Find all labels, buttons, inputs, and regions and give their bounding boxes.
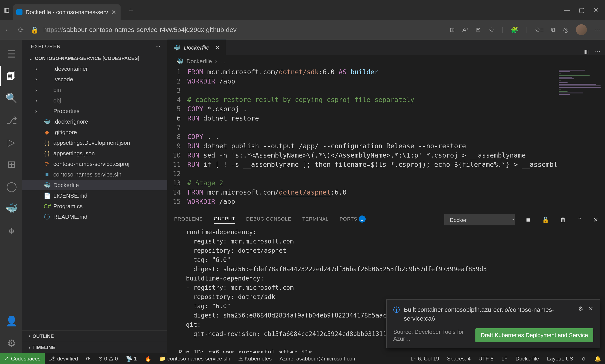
layout-status[interactable]: Layout: US [543,353,577,364]
favorite-icon[interactable]: ✩ [489,26,494,34]
ports-status[interactable]: 📡 1 [122,353,141,364]
screenshot-icon[interactable]: ◎ [563,26,568,34]
file-label: Program.cs [53,203,83,210]
refresh-icon[interactable]: ⟳ [18,26,24,34]
load-status[interactable]: 🔥 [141,353,155,364]
tree-item[interactable]: 🐳.dockerignore [22,116,167,127]
maximize-icon[interactable]: ▢ [579,6,584,14]
language-mode[interactable]: Dockerfile [512,353,543,364]
collections-icon[interactable]: ⧉ [551,26,556,34]
split-editor-icon[interactable]: ▥ [584,48,590,55]
docker-icon[interactable]: 🐳 [0,198,22,218]
file-label: Dockerfile [53,182,79,189]
url-field[interactable]: 🔒 https://sabbour-contoso-names-service-… [31,26,443,34]
browser-titlebar: ▥ Dockerfile - contoso-names-serv ✕ ＋ — … [0,0,605,20]
folder-section-header[interactable]: ⌄ CONTOSO-NAMES-SERVICE [CODESPACES] [22,53,167,64]
remote-indicator[interactable]: ⤢Codespaces [0,353,45,364]
tree-item[interactable]: ›.vscode [22,74,167,85]
account-icon[interactable]: 👤 [0,311,22,331]
filter-icon[interactable]: ≣ [526,217,531,223]
file-icon: ◆ [44,129,50,136]
maximize-panel-icon[interactable]: ⌃ [577,217,582,223]
explorer-sidebar: EXPLORER ⋯ ⌄ CONTOSO-NAMES-SERVICE [CODE… [22,40,168,353]
favorites-icon[interactable]: ✩≡ [535,26,544,34]
back-icon[interactable]: ← [4,26,12,34]
tree-item[interactable]: 🐳Dockerfile [22,180,167,190]
editor-more-icon[interactable]: ⋯ [595,48,601,55]
read-aloud-icon[interactable]: A⁾ [462,26,468,34]
encoding-status[interactable]: UTF-8 [474,353,498,364]
settings-icon[interactable]: ⚙ [0,333,22,353]
tree-item[interactable]: ⓘREADME.md [22,211,167,222]
solution-status[interactable]: 📁 contoso-names-service.sln [155,353,234,364]
file-label: .devcontainer [53,65,88,72]
tree-item[interactable]: ›.devcontainer [22,64,167,74]
close-toast-icon[interactable]: ✕ [589,305,593,312]
outline-header[interactable]: › OUTLINE [22,330,167,342]
notifications-icon[interactable]: 🔔 [591,353,605,364]
tree-item[interactable]: { }appsettings.json [22,148,167,159]
tree-item[interactable]: ◆.gitignore [22,127,167,138]
feedback-icon[interactable]: ☺ [577,353,591,364]
cursor-position[interactable]: Ln 6, Col 19 [407,353,443,364]
tab-terminal[interactable]: TERMINAL [302,216,329,224]
github-icon[interactable]: ◯ [0,176,22,196]
tab-debug-console[interactable]: DEBUG CONSOLE [246,216,291,224]
kubernetes-status[interactable]: ⚠ Kubernetes [234,353,276,364]
editor-tab-dockerfile[interactable]: 🐳 Dockerfile ✕ [168,40,226,55]
breadcrumb[interactable]: 🐳 Dockerfile › … [168,55,605,67]
problems-status[interactable]: ⊗ 0 ⚠ 0 [94,353,122,364]
search-icon[interactable]: 🔍 [0,88,22,108]
tree-item[interactable]: ≡contoso-names-service.sln [22,169,167,180]
tab-ports[interactable]: PORTS1 [340,216,366,224]
code-editor[interactable]: 123456789101112131415 FROM mcr.microsoft… [168,67,605,212]
more-icon[interactable]: ⋯ [594,26,601,34]
timeline-header[interactable]: › TIMELINE [22,342,167,353]
tree-item[interactable]: { }appsettings.Development.json [22,138,167,148]
menu-icon[interactable]: ☰ [0,44,22,64]
window-tabs-icon[interactable]: ▥ [0,7,13,13]
extensions-icon[interactable]: 🧩 [511,26,518,34]
lock-scroll-icon[interactable]: 🔓 [542,217,549,223]
editor-tab-bar: 🐳 Dockerfile ✕ ▥ ⋯ [168,40,605,55]
minimize-icon[interactable]: — [564,6,570,14]
kubernetes-icon[interactable]: ⎈ [0,220,22,240]
sync-status[interactable]: ⟳ [82,353,94,364]
reader-icon[interactable]: 🗎 [475,26,482,34]
tree-item[interactable]: ›bin [22,85,167,95]
tree-item[interactable]: 📄LICENSE.md [22,190,167,201]
sidebar-more-icon[interactable]: ⋯ [155,44,161,49]
tab-output[interactable]: OUTPUT [214,216,235,224]
toast-message: Built container contosobipfh.azurecr.io/… [404,305,574,323]
status-bar: ⤢Codespaces ⎇devxified ⟳ ⊗ 0 ⚠ 0 📡 1 🔥 📁… [0,353,605,364]
tree-item[interactable]: ⟳contoso-names-service.csproj [22,159,167,169]
output-channel-select[interactable]: Docker [444,214,515,225]
tab-problems[interactable]: PROBLEMS [174,216,203,224]
close-tab-icon[interactable]: ✕ [111,9,116,16]
browser-tab[interactable]: Dockerfile - contoso-names-serv ✕ [13,4,120,20]
run-debug-icon[interactable]: ▷ [0,132,22,152]
profile-avatar[interactable] [576,24,587,35]
docker-file-icon: 🐳 [176,58,183,65]
azure-status[interactable]: Azure: asabbour@microsoft.com [276,353,361,364]
close-window-icon[interactable]: ✕ [593,6,598,14]
draft-k8s-button[interactable]: Draft Kubernetes Deployment and Service [475,328,593,342]
tab-title: Dockerfile - contoso-names-serv [26,9,108,16]
explorer-icon[interactable]: 🗐 [0,66,22,86]
new-tab-button[interactable]: ＋ [127,5,135,15]
eol-status[interactable]: LF [498,353,512,364]
close-panel-icon[interactable]: ✕ [593,217,598,223]
indentation-status[interactable]: Spaces: 4 [443,353,474,364]
minimap[interactable] [556,67,605,212]
tree-item[interactable]: C#Program.cs [22,201,167,211]
app-icon[interactable]: ⊞ [450,26,455,34]
extensions-panel-icon[interactable]: ⊞ [0,154,22,174]
tree-item[interactable]: ›Properties [22,106,167,116]
git-branch[interactable]: ⎇devxified [45,353,82,364]
clear-icon[interactable]: 🗑 [560,217,566,223]
gear-icon[interactable]: ⚙ [578,305,583,312]
browser-urlbar: ← ⟳ 🔒 https://sabbour-contoso-names-serv… [0,20,605,40]
close-editor-tab-icon[interactable]: ✕ [215,44,220,51]
source-control-icon[interactable]: ⎇ [0,110,22,130]
tree-item[interactable]: ›obj [22,95,167,106]
